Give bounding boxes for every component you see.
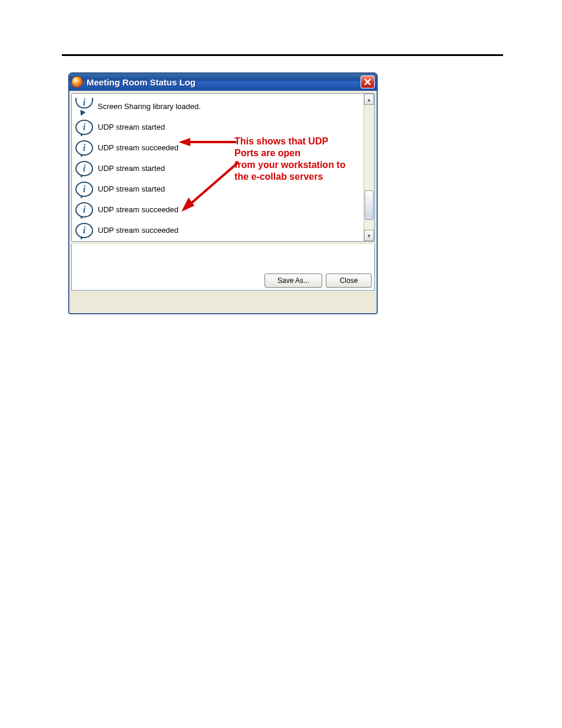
log-item: i UDP stream succeeded (75, 220, 372, 241)
log-item: i UDP stream succeeded (75, 199, 372, 220)
annotation-line: Ports are open (234, 148, 300, 158)
close-window-button[interactable] (361, 75, 375, 88)
title-bar: Meeting Room Status Log (69, 73, 377, 91)
log-text: Screen Sharing library loaded. (98, 102, 201, 111)
window-title: Meeting Room Status Log (87, 77, 196, 87)
log-text: UDP stream succeeded (98, 143, 178, 152)
info-icon: i (75, 223, 93, 238)
log-text: UDP stream started (98, 185, 165, 193)
footer-pane: Save As... Close (71, 244, 375, 291)
scroll-up-button[interactable]: ▴ (364, 94, 374, 105)
status-log-window: Meeting Room Status Log i Screen Sharing… (68, 73, 378, 314)
button-row: Save As... Close (265, 274, 372, 288)
chevron-down-icon: ▾ (368, 233, 371, 239)
button-label: Save As... (277, 276, 309, 285)
log-text: UDP stream started (98, 164, 165, 173)
annotation-line: This shows that UDP (234, 136, 328, 146)
scroll-down-button[interactable]: ▾ (364, 230, 374, 241)
log-text: UDP stream succeeded (98, 205, 178, 214)
log-text: UDP stream started (98, 123, 165, 131)
log-item: i Screen Sharing library loaded. (75, 96, 372, 117)
chevron-up-icon: ▴ (368, 97, 371, 103)
page-divider (62, 54, 503, 56)
info-icon: i (75, 161, 93, 176)
info-icon: i (75, 202, 93, 218)
scroll-track[interactable] (364, 105, 374, 230)
scrollbar[interactable]: ▴ ▾ (363, 94, 374, 241)
info-icon: i (75, 140, 93, 156)
annotation-line: the e-collab servers (234, 172, 323, 182)
annotation-line: from your workstation to (234, 160, 345, 170)
info-icon: i (75, 99, 93, 114)
save-as-button[interactable]: Save As... (265, 274, 322, 288)
close-icon (364, 78, 371, 85)
button-label: Close (340, 276, 358, 285)
scroll-thumb[interactable] (365, 190, 373, 220)
firefox-icon (71, 76, 83, 88)
close-button[interactable]: Close (326, 274, 372, 288)
log-item: i UDP stream started (75, 117, 372, 137)
log-text: UDP stream succeeded (98, 226, 178, 235)
info-icon: i (75, 120, 93, 135)
annotation-text: This shows that UDP Ports are open from … (234, 136, 364, 183)
info-icon: i (75, 182, 93, 197)
